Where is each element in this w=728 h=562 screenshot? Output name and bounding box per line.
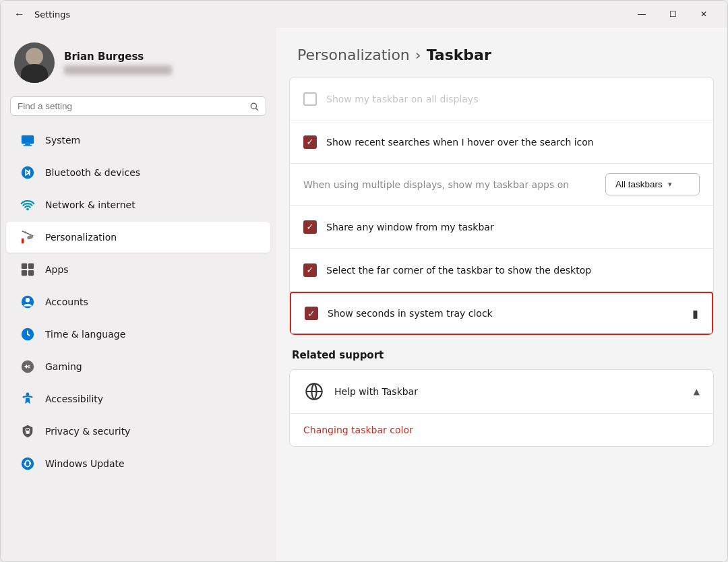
avatar-head <box>26 48 43 65</box>
checkbox-show-all-displays[interactable] <box>303 92 317 106</box>
back-button[interactable]: ← <box>11 5 28 23</box>
svg-rect-11 <box>28 263 34 269</box>
svg-rect-10 <box>22 263 27 269</box>
settings-list: Show my taskbar on all displays Show rec… <box>289 77 714 336</box>
network-icon <box>20 197 36 213</box>
minimize-button[interactable]: — <box>626 3 657 25</box>
privacy-icon <box>20 423 36 439</box>
search-input[interactable] <box>18 101 244 111</box>
dropdown-value: All taskbars <box>615 179 663 189</box>
setting-text-show-desktop: Select the far corner of the taskbar to … <box>326 265 700 276</box>
sidebar-label-personalization: Personalization <box>45 232 117 243</box>
avatar <box>14 42 55 83</box>
svg-point-15 <box>26 298 30 302</box>
page-header: Personalization › Taskbar <box>276 28 727 77</box>
bluetooth-icon <box>20 164 36 181</box>
search-box[interactable] <box>10 96 266 116</box>
accessibility-icon <box>20 391 36 407</box>
sidebar-item-system[interactable]: System <box>6 125 270 156</box>
user-name: Brian Burgess <box>64 51 172 63</box>
avatar-body <box>21 64 48 83</box>
setting-show-desktop[interactable]: Select the far corner of the taskbar to … <box>290 249 713 292</box>
sidebar-label-gaming: Gaming <box>45 361 82 372</box>
apps-icon <box>20 261 36 278</box>
sidebar: Brian Burgess <box>1 28 276 561</box>
dropdown-arrow-icon: ▾ <box>668 180 672 189</box>
sidebar-item-gaming[interactable]: Gaming <box>6 351 270 382</box>
sidebar-item-time[interactable]: Time & language <box>6 319 270 350</box>
breadcrumb: Personalization › Taskbar <box>297 46 706 63</box>
sidebar-item-accounts[interactable]: Accounts <box>6 286 270 317</box>
sidebar-item-bluetooth[interactable]: Bluetooth & devices <box>6 157 270 188</box>
close-button[interactable]: ✕ <box>688 3 719 25</box>
sidebar-label-apps: Apps <box>45 264 69 275</box>
sidebar-label-time: Time & language <box>45 329 125 340</box>
setting-text-show-recent-searches: Show recent searches when I hover over t… <box>326 137 700 148</box>
svg-rect-7 <box>22 239 24 243</box>
setting-show-recent-searches[interactable]: Show recent searches when I hover over t… <box>290 121 713 164</box>
svg-point-0 <box>251 103 256 108</box>
checkbox-show-desktop[interactable] <box>303 263 317 277</box>
user-email <box>64 65 172 75</box>
accounts-icon <box>20 294 36 310</box>
related-support-title: Related support <box>289 349 714 361</box>
main-panel: Personalization › Taskbar Show my taskba… <box>276 28 727 561</box>
related-support: Related support Help with Taskbar <box>289 349 714 460</box>
sidebar-label-network: Network & internet <box>45 199 135 210</box>
user-info: Brian Burgess <box>64 51 172 75</box>
checkbox-share-window[interactable] <box>303 220 317 234</box>
sidebar-item-privacy[interactable]: Privacy & security <box>6 416 270 447</box>
setting-text-multiple-displays: When using multiple displays, show my ta… <box>303 179 596 190</box>
svg-rect-13 <box>28 270 34 276</box>
svg-rect-2 <box>22 135 34 144</box>
titlebar-controls: — ☐ ✕ <box>626 3 719 25</box>
sidebar-item-accessibility[interactable]: Accessibility <box>6 383 270 414</box>
support-link-changing-color[interactable]: Changing taskbar color <box>290 414 713 446</box>
setting-show-seconds[interactable]: Show seconds in system tray clock ▮ <box>290 292 713 335</box>
svg-rect-12 <box>22 270 27 276</box>
personalization-icon <box>20 229 36 245</box>
setting-show-all-displays[interactable]: Show my taskbar on all displays <box>290 77 713 121</box>
setting-text-share-window: Share any window from my taskbar <box>326 222 700 232</box>
setting-multiple-displays: When using multiple displays, show my ta… <box>290 164 713 206</box>
titlebar-title: Settings <box>34 9 70 20</box>
sidebar-item-network[interactable]: Network & internet <box>6 189 270 220</box>
sidebar-item-personalization[interactable]: Personalization <box>6 222 270 253</box>
svg-rect-21 <box>26 431 30 434</box>
breadcrumb-current: Taskbar <box>427 46 491 63</box>
content-area: Brian Burgess <box>1 28 727 561</box>
multiple-displays-dropdown[interactable]: All taskbars ▾ <box>605 173 700 195</box>
support-row-help-taskbar[interactable]: Help with Taskbar ▲ <box>290 370 713 414</box>
support-card: Help with Taskbar ▲ Changing taskbar col… <box>289 369 714 447</box>
checkbox-show-seconds[interactable] <box>305 307 318 320</box>
checkbox-show-recent-searches[interactable] <box>303 135 317 149</box>
maximize-button[interactable]: ☐ <box>657 3 688 25</box>
help-taskbar-text: Help with Taskbar <box>334 386 684 397</box>
setting-share-window[interactable]: Share any window from my taskbar <box>290 206 713 249</box>
sidebar-item-update[interactable]: Windows Update <box>6 448 270 479</box>
search-icon <box>249 102 259 111</box>
system-icon <box>20 132 36 148</box>
svg-point-22 <box>22 458 34 470</box>
update-icon <box>20 456 36 472</box>
sidebar-label-accounts: Accounts <box>45 296 88 307</box>
breadcrumb-separator: › <box>415 46 421 63</box>
setting-text-show-seconds: Show seconds in system tray clock <box>328 308 683 319</box>
sidebar-label-update: Windows Update <box>45 458 125 469</box>
sidebar-label-privacy: Privacy & security <box>45 426 130 437</box>
svg-point-6 <box>26 208 29 211</box>
time-icon <box>20 326 36 342</box>
titlebar-left: ← Settings <box>11 5 70 23</box>
svg-point-5 <box>22 166 34 179</box>
titlebar: ← Settings — ☐ ✕ <box>1 1 727 28</box>
svg-rect-3 <box>25 144 30 146</box>
svg-rect-4 <box>24 145 32 146</box>
user-profile: Brian Burgess <box>1 36 276 96</box>
gaming-icon <box>20 358 36 375</box>
svg-line-1 <box>256 108 258 110</box>
setting-text-show-all-displays: Show my taskbar on all displays <box>326 94 700 104</box>
settings-window: ← Settings — ☐ ✕ Brian Burgess <box>0 0 728 562</box>
sidebar-item-apps[interactable]: Apps <box>6 254 270 285</box>
cursor-indicator: ▮ <box>692 307 698 320</box>
sidebar-label-bluetooth: Bluetooth & devices <box>45 167 140 178</box>
